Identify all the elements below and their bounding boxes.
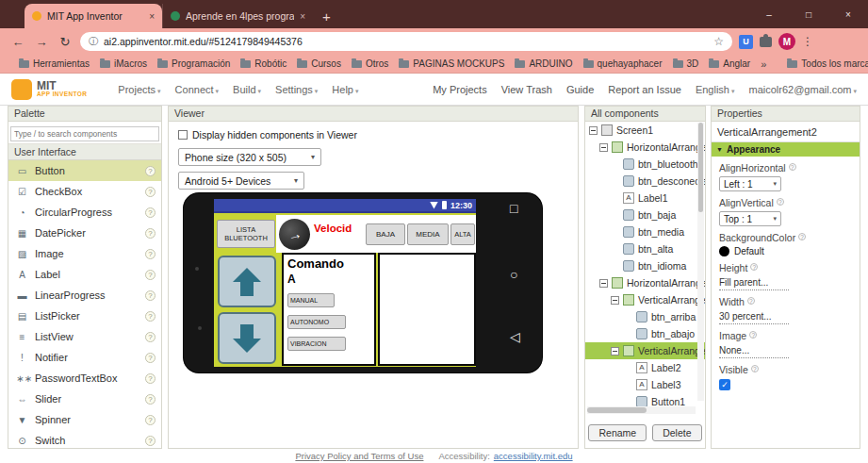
bookmark-star-icon[interactable]: ☆ <box>713 35 724 48</box>
phone-size-dropdown[interactable]: Phone size (320 x 505) <box>178 148 321 166</box>
tree-item-btn-abajo[interactable]: btn_abajo <box>585 325 705 342</box>
app-canvas[interactable]: LISTA BLUETOOTH → Velocid BAJA MEDIA ALT… <box>214 215 476 367</box>
tree-item-btn-alta[interactable]: btn_alta <box>585 240 705 257</box>
btn-abajo[interactable] <box>218 312 276 364</box>
bookmark-cursos[interactable]: Cursos <box>297 58 341 69</box>
bookmark-quehayaphacer[interactable]: quehayaphacer <box>583 58 663 69</box>
bookmark-imacros[interactable]: iMacros <box>100 58 147 69</box>
device-dropdown[interactable]: Android 5+ Devices <box>178 172 304 190</box>
help-icon[interactable] <box>145 228 156 239</box>
help-icon[interactable] <box>751 365 759 372</box>
palette-item-slider[interactable]: ⇔Slider <box>8 389 161 409</box>
palette-item-linearprogress[interactable]: ▬LinearProgress <box>8 285 161 306</box>
tree-item-btn-bluetooth[interactable]: btn_bluetooth <box>585 156 705 173</box>
home-nav-icon[interactable]: ○ <box>510 268 517 281</box>
menu-build[interactable]: Build▾ <box>233 84 261 95</box>
bookmark-arduino[interactable]: ARDUINO <box>515 58 572 69</box>
appearance-section-header[interactable]: Appearance <box>712 142 860 157</box>
tree-item-label2[interactable]: Label2 <box>585 359 705 376</box>
palette-item-label[interactable]: ALabel <box>8 264 161 285</box>
height-value[interactable]: Fill parent... <box>719 277 789 290</box>
menu-help[interactable]: Help▾ <box>332 84 358 95</box>
palette-item-image[interactable]: ▨Image <box>8 243 161 264</box>
help-icon[interactable] <box>145 166 156 176</box>
btn-lista-bluetooth[interactable]: LISTA BLUETOOTH <box>217 220 275 248</box>
btn-autonomo[interactable]: AUTONOMO <box>287 315 346 329</box>
btn-alta[interactable]: ALTA <box>450 223 475 245</box>
help-icon[interactable] <box>145 270 156 280</box>
my-projects-link[interactable]: My Projects <box>433 84 486 95</box>
help-icon[interactable] <box>145 187 156 197</box>
help-icon[interactable] <box>750 263 758 271</box>
palette-item-button[interactable]: ▭Button <box>8 160 161 181</box>
bookmark-herramientas[interactable]: Herramientas <box>19 58 90 69</box>
image-value[interactable]: None... <box>719 345 789 358</box>
collapse-icon[interactable] <box>611 347 619 356</box>
tree-item-horizontalarrangement1[interactable]: HorizontalArrangemen <box>585 139 705 156</box>
account-menu[interactable]: maicolr62@gmail.com▾ <box>749 84 858 95</box>
close-icon[interactable]: × <box>828 0 868 28</box>
close-tab-icon[interactable]: × <box>149 11 155 22</box>
tree-item-btn-arriba[interactable]: btn_arriba <box>585 308 705 325</box>
horizontal-scrollbar[interactable] <box>587 406 696 414</box>
tree-item-btn-desconectar[interactable]: btn_desconectar <box>585 173 705 190</box>
velocidad-label[interactable]: Velocid <box>312 220 364 238</box>
tab-aprende[interactable]: Aprende en 4lpes programació × <box>162 4 313 28</box>
btn-baja[interactable]: BAJA <box>366 223 405 245</box>
visible-checkbox[interactable] <box>719 379 730 390</box>
help-icon[interactable] <box>145 311 156 322</box>
bookmarks-overflow-icon[interactable]: » <box>761 58 766 70</box>
site-info-icon[interactable]: ⓘ <box>89 35 98 48</box>
all-bookmarks[interactable]: Todos los marcadores <box>787 58 868 69</box>
palette-section-user-interface[interactable]: User Interface <box>8 144 161 160</box>
palette-search-input[interactable] <box>10 126 159 141</box>
view-trash-link[interactable]: View Trash <box>501 84 552 95</box>
tree-item-label3[interactable]: Label3 <box>585 376 705 393</box>
display-hidden-checkbox[interactable] <box>178 130 188 140</box>
palette-item-datepicker[interactable]: ▦DatePicker <box>8 223 161 243</box>
collapse-icon[interactable] <box>589 126 598 135</box>
help-icon[interactable] <box>777 198 784 206</box>
btn-arriba[interactable] <box>218 256 276 307</box>
bookmark-paginas-mockups[interactable]: PAGINAS MOCKUPS <box>399 58 504 69</box>
help-icon[interactable] <box>145 332 156 342</box>
scrollbar-thumb[interactable] <box>587 407 647 413</box>
bookmark-anglar[interactable]: Anglar <box>709 58 750 69</box>
palette-item-passwordtextbox[interactable]: ∗∗PasswordTextBox <box>8 368 161 389</box>
palette-item-switch[interactable]: ⊙Switch <box>8 430 161 449</box>
collapse-icon[interactable] <box>611 296 619 305</box>
help-icon[interactable] <box>145 353 156 363</box>
palette-item-listview[interactable]: ≡ListView <box>8 326 161 347</box>
btn-vibracion[interactable]: VIBRACION <box>287 337 346 351</box>
help-icon[interactable] <box>789 163 796 171</box>
help-icon[interactable] <box>749 331 757 339</box>
tab-mit-app-inventor[interactable]: MIT App Inventor × <box>25 4 162 28</box>
menu-connect[interactable]: Connect▾ <box>175 84 220 95</box>
app-inventor-logo[interactable]: MITAPP INVENTOR <box>11 79 87 100</box>
menu-settings[interactable]: Settings▾ <box>275 84 318 95</box>
new-tab-icon[interactable]: + <box>322 8 331 25</box>
palette-item-notifier[interactable]: !Notifier <box>8 347 161 368</box>
reload-icon[interactable]: ↻ <box>57 35 74 49</box>
btn-media[interactable]: MEDIA <box>407 223 449 245</box>
help-icon[interactable] <box>145 415 156 425</box>
palette-item-spinner[interactable]: ▼Spinner <box>8 409 161 430</box>
help-icon[interactable] <box>747 297 755 305</box>
background-color-picker[interactable]: Default <box>719 246 852 256</box>
tree-item-btn-baja[interactable]: btn_baja <box>585 207 705 223</box>
btn-manual[interactable]: MANUAL <box>287 293 335 307</box>
report-issue-link[interactable]: Report an Issue <box>608 84 681 95</box>
ublock-extension-icon[interactable]: U <box>739 35 753 49</box>
extensions-icon[interactable] <box>760 37 772 47</box>
palette-item-listpicker[interactable]: ▤ListPicker <box>8 306 161 326</box>
bookmark-programacion[interactable]: Programación <box>157 58 230 69</box>
help-icon[interactable] <box>145 394 156 405</box>
help-icon[interactable] <box>145 249 156 259</box>
collapse-icon[interactable] <box>599 279 608 288</box>
collapse-icon[interactable] <box>599 143 608 152</box>
tree-item-horizontalarrangement2[interactable]: HorizontalArrangemen <box>585 274 705 291</box>
help-icon[interactable] <box>145 436 156 446</box>
bookmark-otros[interactable]: Otros <box>352 58 388 69</box>
menu-projects[interactable]: Projects▾ <box>118 84 160 95</box>
rename-button[interactable]: Rename <box>588 424 647 441</box>
